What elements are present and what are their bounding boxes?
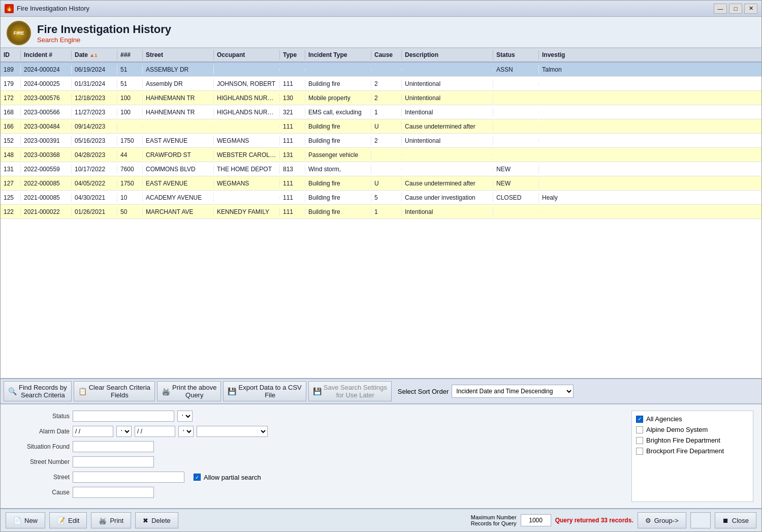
cell-incident_type: EMS call, excluding xyxy=(305,108,371,117)
col-header-incident-type[interactable]: Incident Type xyxy=(305,50,371,59)
table-row[interactable]: 1482023-00036804/28/202344CRAWFORD STWEB… xyxy=(1,148,761,162)
cell-description xyxy=(402,168,493,170)
col-header-status[interactable]: Status xyxy=(493,50,539,59)
alarm-date-to-select[interactable]: ▼ xyxy=(178,426,194,437)
col-header-occupant[interactable]: Occupant xyxy=(214,50,280,59)
cell-occupant: WEGMANS xyxy=(214,136,280,145)
close-button-bottom[interactable]: ⏹ Close xyxy=(715,512,756,528)
cell-street: Assembly DR xyxy=(143,79,214,88)
cell-incident_type: Building fire xyxy=(305,122,371,131)
find-records-button[interactable]: 🔍 Find Records by Search Criteria xyxy=(4,381,72,401)
col-header-type[interactable]: Type xyxy=(280,50,305,59)
max-records-input[interactable] xyxy=(521,514,551,526)
table-row[interactable]: 1222021-00002201/26/202150MARCHANT AVEKE… xyxy=(1,205,761,219)
cell-num xyxy=(117,126,143,128)
col-header-id[interactable]: ID xyxy=(1,50,21,59)
delete-button[interactable]: ✖ Delete xyxy=(135,512,178,528)
clear-search-button[interactable]: 📋 Clear Search Criteria Fields xyxy=(74,381,155,401)
sort-order-select[interactable]: Incident Date and Time DescendingInciden… xyxy=(452,385,574,398)
alarm-date-from-input[interactable] xyxy=(73,426,113,437)
cell-type: 111 xyxy=(280,207,305,216)
save-icon: 💾 xyxy=(313,387,322,395)
allow-partial-label: Allow partial search xyxy=(204,474,261,481)
spacer-button xyxy=(690,512,711,528)
table-row[interactable]: 1792024-00002501/31/202451Assembly DRJOH… xyxy=(1,77,761,91)
alarm-date-label: Alarm Date xyxy=(9,428,70,435)
cell-description: Cause undetermined after xyxy=(402,179,493,188)
new-button[interactable]: 📄 New xyxy=(6,512,45,528)
status-input[interactable] xyxy=(73,411,174,422)
table-row[interactable]: 1522023-00039105/16/20231750EAST AVENUEW… xyxy=(1,134,761,148)
all-agencies-checkbox[interactable]: ✓ xyxy=(636,416,643,423)
close-button[interactable]: ✕ xyxy=(744,4,757,14)
situation-found-input[interactable] xyxy=(73,441,154,452)
col-header-date[interactable]: Date ▲1 xyxy=(72,50,117,59)
col-header-cause[interactable]: Cause xyxy=(371,50,402,59)
table-row[interactable]: 1312022-00055910/17/20227600COMMONS BLVD… xyxy=(1,162,761,176)
cell-occupant: WEBSTER CAROLINE xyxy=(214,150,280,160)
maximize-button[interactable]: □ xyxy=(729,4,742,14)
brockport-fire-checkbox[interactable] xyxy=(636,448,643,455)
street-input[interactable] xyxy=(73,472,184,483)
cell-incident_num: 2022-000559 xyxy=(21,165,72,174)
find-icon: 🔍 xyxy=(8,387,17,395)
cell-description xyxy=(402,154,493,156)
agencies-panel: ✓ All Agencies Alpine Demo System Bright… xyxy=(631,411,753,502)
all-agencies-item: ✓ All Agencies xyxy=(636,415,749,423)
print-icon: 🖨️ xyxy=(162,387,170,395)
app-header: FIRE Fire Investigation History Search E… xyxy=(1,17,761,48)
cell-cause: U xyxy=(371,179,402,188)
table-row[interactable]: 1892024-00002406/19/202451ASSEMBLY DRASS… xyxy=(1,62,761,77)
table-row[interactable]: 1722023-00057612/18/2023100HAHNEMANN TRH… xyxy=(1,91,761,105)
print-button[interactable]: 🖨️ Print xyxy=(91,512,131,528)
save-settings-button[interactable]: 💾 Save Search Settings for Use Later xyxy=(308,381,392,401)
minimize-button[interactable]: — xyxy=(714,4,727,14)
cell-investig xyxy=(539,140,580,142)
cause-input[interactable] xyxy=(73,487,154,498)
group-button[interactable]: ⚙ Group-> xyxy=(638,512,686,528)
edit-button[interactable]: 📝 Edit xyxy=(49,512,87,528)
status-select[interactable]: ▼ xyxy=(177,411,193,422)
allow-partial-checkbox[interactable]: ✓ xyxy=(194,474,201,481)
alpine-demo-label: Alpine Demo System xyxy=(646,426,708,433)
cell-type: 321 xyxy=(280,108,305,117)
alarm-date-range-select[interactable] xyxy=(197,426,268,437)
alarm-date-from-select[interactable]: ▼ xyxy=(116,426,132,437)
table-body[interactable]: 1892024-00002406/19/202451ASSEMBLY DRASS… xyxy=(1,62,761,378)
title-bar: 🔥 Fire Investigation History — □ ✕ xyxy=(1,1,761,17)
cell-cause: 5 xyxy=(371,193,402,202)
table-row[interactable]: 1252021-00008504/30/202110ACADEMY AVENUE… xyxy=(1,191,761,205)
brighton-fire-label: Brighton Fire Department xyxy=(646,436,720,444)
cell-type: 130 xyxy=(280,93,305,103)
cell-street: HAHNEMANN TR xyxy=(143,93,214,103)
brighton-fire-checkbox[interactable] xyxy=(636,437,643,444)
cell-id: 166 xyxy=(1,122,21,131)
col-header-num[interactable]: ### xyxy=(117,50,143,59)
col-header-description[interactable]: Description xyxy=(402,50,493,59)
cell-date: 04/30/2021 xyxy=(72,193,117,202)
alpine-demo-checkbox[interactable] xyxy=(636,426,643,433)
export-csv-button[interactable]: 💾 Export Data to a CSV File xyxy=(223,381,306,401)
print-query-button[interactable]: 🖨️ Print the above Query xyxy=(157,381,221,401)
col-header-street[interactable]: Street xyxy=(143,50,214,59)
table-row[interactable]: 1682023-00056611/27/2023100HAHNEMANN TRH… xyxy=(1,105,761,119)
alarm-date-to-input[interactable] xyxy=(135,426,175,437)
alpine-demo-item: Alpine Demo System xyxy=(636,426,749,433)
col-header-investig[interactable]: Investig xyxy=(539,50,580,59)
table-row[interactable]: 1272022-00008504/05/20221750EAST AVENUEW… xyxy=(1,176,761,191)
cell-date: 11/27/2023 xyxy=(72,108,117,117)
cell-occupant xyxy=(214,197,280,199)
cell-cause xyxy=(371,168,402,170)
main-window: 🔥 Fire Investigation History — □ ✕ FIRE … xyxy=(0,0,762,532)
cell-incident_type: Passenger vehicle xyxy=(305,150,371,160)
app-subtitle: Search Engine xyxy=(37,36,755,44)
street-number-input[interactable] xyxy=(73,456,154,467)
col-header-incident[interactable]: Incident # xyxy=(21,50,72,59)
cell-num: 51 xyxy=(117,79,143,88)
cell-street xyxy=(143,126,214,128)
table-header: ID Incident # Date ▲1 ### Street Occupan… xyxy=(1,48,761,62)
cell-date: 01/31/2024 xyxy=(72,79,117,88)
cell-date: 04/28/2023 xyxy=(72,150,117,160)
table-row[interactable]: 1662023-00048409/14/2023111Building fire… xyxy=(1,119,761,134)
edit-icon: 📝 xyxy=(57,517,65,524)
